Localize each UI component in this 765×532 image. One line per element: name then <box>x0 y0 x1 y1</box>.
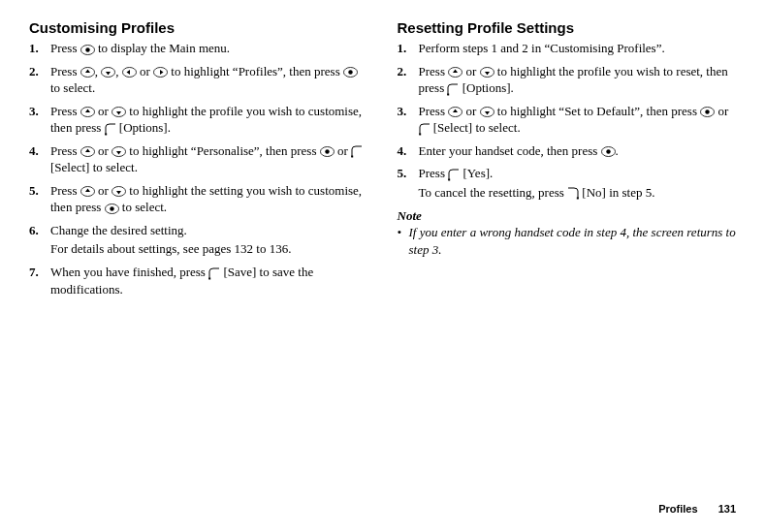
svg-marker-32 <box>453 70 458 74</box>
step-number: 7. <box>29 264 39 281</box>
svg-marker-9 <box>160 70 164 75</box>
svg-rect-16 <box>105 133 107 135</box>
step-text: Perform steps 1 and 2 in “Customising Pr… <box>419 41 665 55</box>
nav-down-icon <box>112 146 126 157</box>
step-number: 5. <box>398 165 407 182</box>
svg-marker-39 <box>485 111 490 115</box>
svg-point-11 <box>348 70 352 74</box>
svg-marker-7 <box>126 70 130 75</box>
svg-rect-30 <box>208 277 210 279</box>
list-item: 3.Press or to highlight “Set to Default”… <box>398 103 737 137</box>
step-text: Press or to highlight the setting you wi… <box>50 183 362 215</box>
list-item: 2.Press or to highlight the profile you … <box>398 63 737 97</box>
svg-rect-45 <box>448 178 450 180</box>
svg-marker-18 <box>85 149 90 153</box>
step-text: Press , , or to highlight “Profiles”, th… <box>50 64 358 96</box>
step-number: 2. <box>398 63 407 80</box>
list-item: 1.Perform steps 1 and 2 in “Customising … <box>398 40 737 57</box>
step-text: Press or to highlight the profile you wi… <box>419 64 728 96</box>
list-item: 3.Press or to highlight the profile you … <box>29 103 368 137</box>
step-subtext: For details about settings, see pages 13… <box>50 240 368 258</box>
nav-center-icon <box>601 146 616 157</box>
step-number: 1. <box>29 40 39 57</box>
step-number: 6. <box>29 222 39 239</box>
svg-marker-3 <box>85 70 90 74</box>
step-text: Enter your handset code, then press . <box>419 143 619 158</box>
svg-marker-20 <box>116 151 121 155</box>
nav-down-icon <box>112 107 126 117</box>
nav-up-icon <box>80 146 95 157</box>
nav-down-icon <box>480 67 494 78</box>
svg-marker-27 <box>116 191 121 195</box>
list-item: 5.Press or to highlight the setting you … <box>29 182 368 216</box>
step-number: 3. <box>29 103 39 120</box>
svg-rect-23 <box>351 156 353 158</box>
svg-rect-46 <box>577 198 579 200</box>
note-body: If you enter a wrong handset code in ste… <box>398 224 737 258</box>
svg-point-1 <box>85 47 89 51</box>
soft-left-icon <box>448 169 460 181</box>
step-text: Press or to highlight “Set to Default”, … <box>419 104 729 136</box>
svg-marker-5 <box>106 72 111 76</box>
nav-up-icon <box>448 67 462 78</box>
step-text: Press or to highlight the profile you wi… <box>50 104 362 136</box>
list-item: 4.Enter your handset code, then press . <box>398 142 737 160</box>
heading-customising: Customising Profiles <box>29 19 368 36</box>
step-number: 1. <box>398 40 407 57</box>
nav-right-icon <box>153 67 168 78</box>
list-item: 7.When you have finished, press [Save] t… <box>29 264 368 297</box>
svg-marker-37 <box>453 110 458 113</box>
nav-center-icon <box>320 146 335 157</box>
svg-point-44 <box>606 150 610 154</box>
nav-center-icon <box>343 67 358 78</box>
list-item: 2.Press , , or to highlight “Profiles”, … <box>29 63 368 97</box>
step-text: Press or to highlight “Personalise”, the… <box>50 143 363 175</box>
nav-up-icon <box>80 67 95 78</box>
step-number: 5. <box>29 182 39 200</box>
soft-right-icon <box>567 187 579 200</box>
nav-down-icon <box>101 67 115 78</box>
svg-point-22 <box>325 150 329 154</box>
svg-marker-34 <box>485 72 490 76</box>
step-number: 4. <box>398 142 407 160</box>
left-list: 1.Press to display the Main menu.2.Press… <box>29 40 368 297</box>
step-text: Press to display the Main menu. <box>50 41 230 55</box>
soft-left-icon <box>105 123 116 136</box>
nav-left-icon <box>122 67 137 78</box>
nav-up-icon <box>80 107 95 117</box>
nav-up-icon <box>448 107 462 117</box>
step-number: 2. <box>29 63 39 80</box>
heading-resetting: Resetting Profile Settings <box>398 19 737 36</box>
svg-point-29 <box>110 206 113 210</box>
svg-marker-15 <box>116 111 121 115</box>
nav-center-icon <box>700 107 715 117</box>
soft-left-icon <box>208 267 220 280</box>
note-heading: Note <box>398 208 737 224</box>
svg-point-41 <box>706 110 710 113</box>
svg-rect-42 <box>419 133 421 135</box>
step-number: 4. <box>29 142 39 160</box>
footer-section: Profiles <box>658 503 697 515</box>
list-item: 4.Press or to highlight “Personalise”, t… <box>29 142 368 176</box>
page-footer: Profiles 131 <box>658 503 736 515</box>
right-list: 1.Perform steps 1 and 2 in “Customising … <box>398 40 737 201</box>
nav-down-icon <box>480 107 494 117</box>
footer-page-number: 131 <box>718 503 736 515</box>
svg-rect-35 <box>448 93 450 95</box>
svg-marker-13 <box>85 110 90 113</box>
soft-left-icon <box>447 83 459 96</box>
list-item: 5.Press [Yes].To cancel the resetting, p… <box>398 165 737 201</box>
nav-up-icon <box>80 186 95 197</box>
svg-marker-25 <box>85 189 90 193</box>
nav-down-icon <box>112 186 126 197</box>
left-column: Customising Profiles 1.Press to display … <box>29 19 368 303</box>
soft-left-icon <box>351 145 363 158</box>
step-subtext: To cancel the resetting, press [No] in s… <box>419 184 737 202</box>
step-text: When you have finished, press [Save] to … <box>50 265 313 297</box>
step-number: 3. <box>398 103 407 120</box>
right-column: Resetting Profile Settings 1.Perform ste… <box>398 19 737 303</box>
step-text: Press [Yes]. <box>419 166 494 180</box>
step-text: Change the desired setting. <box>50 223 187 237</box>
list-item: 1.Press to display the Main menu. <box>29 40 368 57</box>
nav-center-icon <box>80 45 95 55</box>
